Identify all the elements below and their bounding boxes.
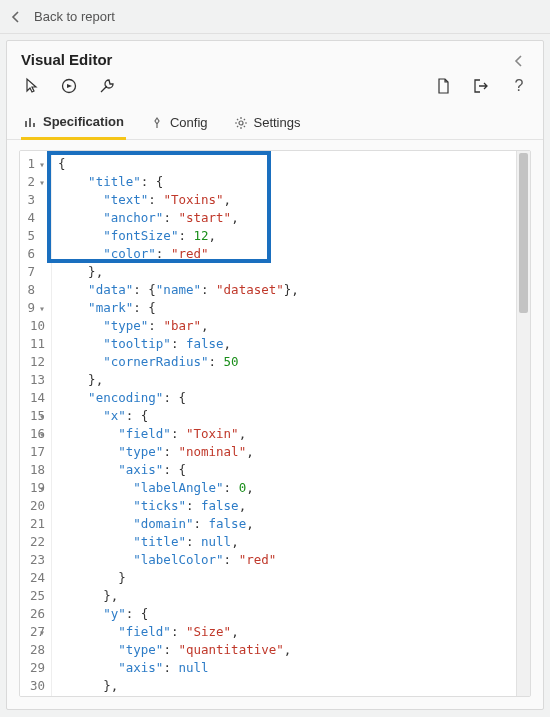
code-line[interactable]: "field": "Size", [58, 623, 516, 641]
line-number: 18▾ [20, 461, 45, 479]
code-line[interactable]: "labelAngle": 0, [58, 479, 516, 497]
line-number: 17 [20, 443, 45, 461]
line-number: 15▾ [20, 407, 45, 425]
code-line[interactable]: { [58, 155, 516, 173]
gear-icon [234, 116, 248, 130]
tab-label: Specification [43, 114, 124, 129]
code-line[interactable]: "title": null, [58, 533, 516, 551]
tab-config[interactable]: Config [148, 108, 210, 139]
line-number: 6 [20, 245, 45, 263]
line-number: 25 [20, 587, 45, 605]
line-number: 22 [20, 533, 45, 551]
code-line[interactable]: "axis": { [58, 461, 516, 479]
line-number: 29 [20, 659, 45, 677]
code-line[interactable]: "tooltip": false, [58, 335, 516, 353]
code-line[interactable]: "mark": { [58, 299, 516, 317]
line-number: 11 [20, 335, 45, 353]
code-line[interactable]: "encoding": { [58, 389, 516, 407]
tab-label: Config [170, 115, 208, 130]
line-number: 7 [20, 263, 45, 281]
scrollbar-track[interactable] [516, 151, 530, 696]
collapse-chevron-icon[interactable] [509, 51, 529, 71]
code-line[interactable]: "data": {"name": "dataset"}, [58, 281, 516, 299]
help-icon[interactable]: ? [509, 76, 529, 96]
svg-rect-3 [33, 123, 35, 127]
code-line[interactable]: "field": "Toxin", [58, 425, 516, 443]
code-line[interactable]: "opacity": { [58, 695, 516, 696]
svg-point-4 [239, 121, 243, 125]
pane-title: Visual Editor [7, 41, 543, 72]
code-line[interactable]: "text": "Toxins", [58, 191, 516, 209]
pointer-icon[interactable] [21, 76, 41, 96]
reparse-icon[interactable] [59, 76, 79, 96]
tab-label: Settings [254, 115, 301, 130]
line-number: 12 [20, 353, 45, 371]
code-area[interactable]: { "title": { "text": "Toxins", "anchor":… [52, 151, 516, 696]
code-line[interactable]: "y": { [58, 605, 516, 623]
config-icon [150, 116, 164, 130]
tab-settings[interactable]: Settings [232, 108, 303, 139]
code-line[interactable]: "type": "nominal", [58, 443, 516, 461]
top-bar: Back to report [0, 0, 550, 34]
code-line[interactable]: "ticks": false, [58, 497, 516, 515]
code-line[interactable]: }, [58, 677, 516, 695]
line-number: 28 [20, 641, 45, 659]
code-line[interactable]: }, [58, 587, 516, 605]
line-number-gutter: 1▾2▾3456789▾1011121314▾15▾161718▾1920212… [20, 151, 52, 696]
line-number: 2▾ [20, 173, 45, 191]
code-line[interactable]: "cornerRadius": 50 [58, 353, 516, 371]
line-number: 31▾ [20, 695, 45, 697]
code-line[interactable]: "anchor": "start", [58, 209, 516, 227]
line-number: 10 [20, 317, 45, 335]
export-icon[interactable] [471, 76, 491, 96]
line-number: 21 [20, 515, 45, 533]
line-number: 4 [20, 209, 45, 227]
line-number: 14▾ [20, 389, 45, 407]
svg-rect-1 [25, 121, 27, 127]
new-document-icon[interactable] [433, 76, 453, 96]
line-number: 8 [20, 281, 45, 299]
toolbar: ? [7, 72, 543, 102]
specification-icon [23, 115, 37, 129]
svg-rect-2 [29, 118, 31, 127]
code-editor[interactable]: 1▾2▾3456789▾1011121314▾15▾161718▾1920212… [19, 150, 531, 697]
code-line[interactable]: }, [58, 263, 516, 281]
line-number: 1▾ [20, 155, 45, 173]
line-number: 26▾ [20, 605, 45, 623]
line-number: 24 [20, 569, 45, 587]
code-line[interactable]: "x": { [58, 407, 516, 425]
scrollbar-thumb[interactable] [519, 153, 528, 313]
code-line[interactable]: }, [58, 371, 516, 389]
repair-icon[interactable] [97, 76, 117, 96]
tab-specification[interactable]: Specification [21, 108, 126, 140]
tab-bar: Specification Config Settings [7, 102, 543, 140]
line-number: 27 [20, 623, 45, 641]
line-number: 20 [20, 497, 45, 515]
code-line[interactable]: "title": { [58, 173, 516, 191]
code-line[interactable]: "fontSize": 12, [58, 227, 516, 245]
code-line[interactable]: "type": "quantitative", [58, 641, 516, 659]
code-line[interactable]: "color": "red" [58, 245, 516, 263]
visual-editor-pane: Visual Editor ? [6, 40, 544, 710]
line-number: 9▾ [20, 299, 45, 317]
back-chevron-icon[interactable] [6, 7, 26, 27]
line-number: 5 [20, 227, 45, 245]
line-number: 16 [20, 425, 45, 443]
code-line[interactable]: "domain": false, [58, 515, 516, 533]
line-number: 3 [20, 191, 45, 209]
code-line[interactable]: "type": "bar", [58, 317, 516, 335]
code-line[interactable]: "labelColor": "red" [58, 551, 516, 569]
code-line[interactable]: "axis": null [58, 659, 516, 677]
line-number: 23 [20, 551, 45, 569]
code-line[interactable]: } [58, 569, 516, 587]
back-to-report-link[interactable]: Back to report [34, 9, 115, 24]
line-number: 13 [20, 371, 45, 389]
line-number: 19 [20, 479, 45, 497]
line-number: 30 [20, 677, 45, 695]
